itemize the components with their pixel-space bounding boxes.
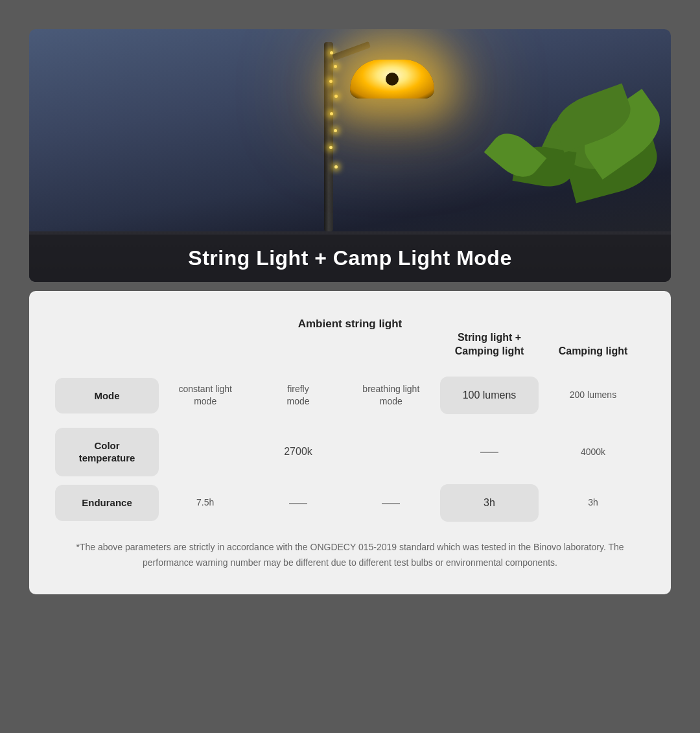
hero-title-bar: String Light + Camp Light Mode — [29, 235, 671, 282]
color-temp-string-camp — [438, 434, 541, 471]
color-temp-row-label: Colortemperature — [55, 428, 159, 476]
hero-title: String Light + Camp Light Mode — [42, 246, 658, 270]
mode-row-label: Mode — [55, 378, 159, 414]
mode-row: Mode constant lightmode fireflymode brea… — [55, 371, 645, 420]
endurance-firefly — [251, 485, 344, 521]
ambient-col-header: Ambient string light — [159, 317, 541, 331]
endurance-string-camp: 3h — [440, 484, 539, 522]
pole-arm-decoration — [332, 41, 371, 61]
mode-camping: 200 lumens — [541, 377, 645, 413]
disclaimer-text: *The above parameters are strictly in ac… — [55, 540, 645, 571]
foliage-decoration — [476, 102, 671, 231]
endurance-row: Endurance 7.5h 3h 3h — [55, 484, 645, 522]
color-temp-ambient: 2700k — [159, 433, 438, 471]
column-headers: Ambient string light String light + Camp… — [55, 317, 645, 358]
hero-image: String Light + Camp Light Mode — [29, 29, 671, 282]
data-card: Ambient string light String light + Camp… — [29, 291, 671, 594]
color-temp-row: Colortemperature 2700k 4000k — [55, 428, 645, 476]
endurance-breathing — [345, 485, 438, 521]
mode-breathing: breathing lightmode — [345, 371, 438, 420]
endurance-row-label: Endurance — [55, 485, 159, 521]
endurance-constant: 7.5h — [159, 485, 251, 521]
mode-firefly: fireflymode — [251, 371, 344, 420]
mode-constant: constant lightmode — [159, 371, 251, 420]
camping-col-header: Camping light — [541, 345, 645, 358]
lamp-head — [350, 60, 434, 105]
string-lights-decoration — [329, 42, 338, 232]
string-camp-col-header: String light + Camping light — [438, 331, 541, 358]
color-temp-camping: 4000k — [541, 434, 645, 471]
mode-string-camp: 100 lumens — [440, 377, 539, 414]
endurance-camping: 3h — [541, 485, 645, 521]
